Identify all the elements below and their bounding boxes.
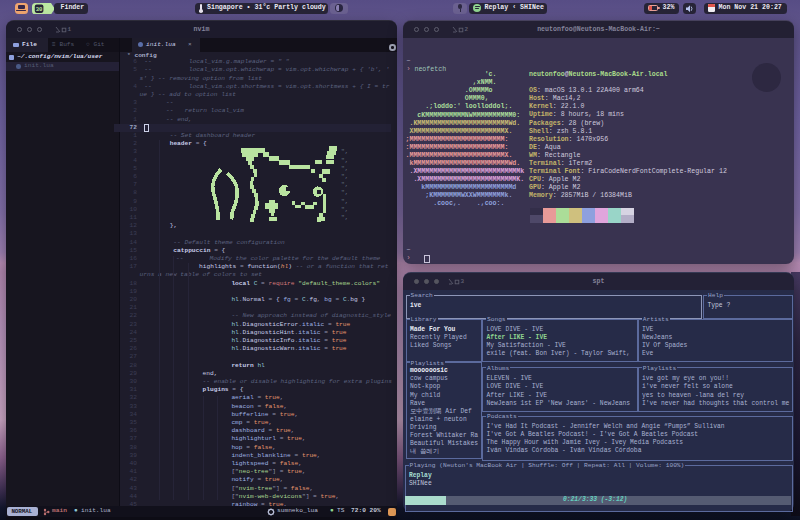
svg-text:30: 30 [35,5,42,12]
